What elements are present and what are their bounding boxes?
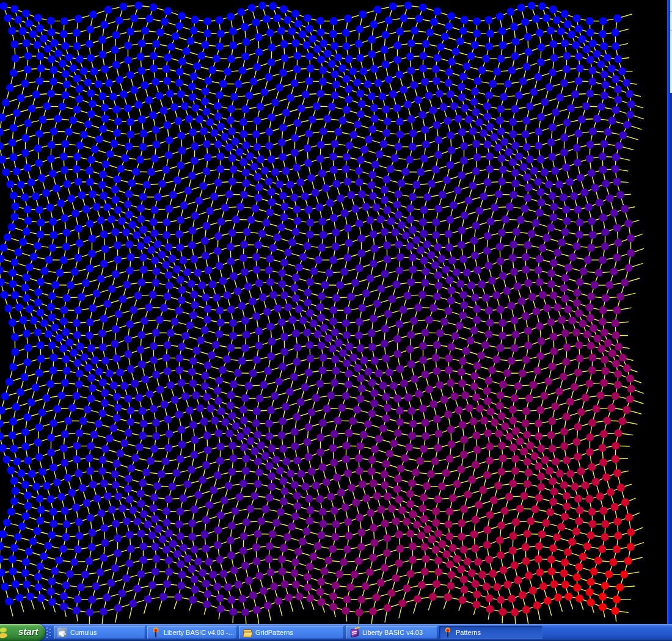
start-button[interactable]: start	[0, 624, 45, 641]
torch-icon	[443, 628, 453, 637]
patterns-graphics-window	[0, 0, 667, 624]
taskbar-button-label: Liberty BASIC v4.03 -...	[164, 629, 233, 636]
taskbar-button-liberty-basic-v4-03[interactable]: Liberty BASIC v4.03 -...	[147, 626, 237, 639]
background-window-sliver[interactable]	[667, 0, 672, 624]
taskbar-button-liberty-basic-v4-03[interactable]: Liberty BASIC v4.03	[346, 626, 437, 639]
taskbar-grip-handle[interactable]	[45, 625, 53, 640]
windows-logo-icon	[0, 632, 7, 638]
taskbar-button-cumulus[interactable]: Cumulus	[54, 626, 145, 639]
folder-icon	[243, 628, 252, 637]
taskbar-button-label: GridPatterns	[255, 629, 293, 636]
cloud-icon	[57, 628, 67, 637]
taskbar-button-label: Liberty BASIC v4.03	[362, 629, 423, 636]
taskbar-button-gridpatterns[interactable]: GridPatterns	[239, 626, 344, 639]
torch-icon	[151, 628, 161, 637]
taskbar: start CumulusLiberty BASIC v4.03 -...Gri…	[0, 624, 672, 641]
windows-logo-icon	[0, 627, 7, 632]
taskbar-button-patterns[interactable]: Patterns	[439, 626, 542, 639]
desktop-screen: start CumulusLiberty BASIC v4.03 -...Gri…	[0, 0, 672, 641]
taskbar-button-label: Patterns	[456, 629, 481, 636]
book-icon	[349, 628, 359, 637]
taskbar-button-label: Cumulus	[70, 629, 97, 636]
dot-grid-pattern-canvas	[0, 0, 667, 624]
start-button-label: start	[18, 626, 38, 637]
